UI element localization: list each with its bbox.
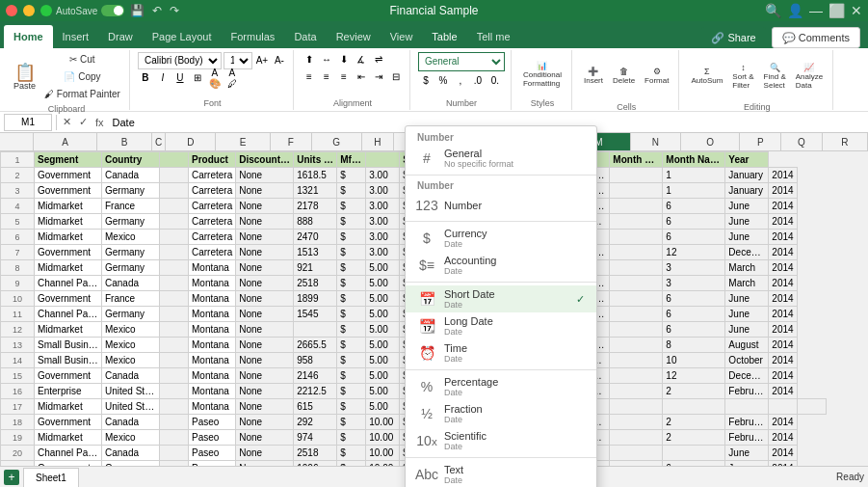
grid-cell[interactable] — [769, 399, 798, 415]
tab-insert[interactable]: Insert — [53, 25, 99, 48]
col-header-n[interactable]: N — [631, 133, 681, 150]
grid-cell[interactable] — [160, 368, 189, 384]
grid-cell[interactable]: 5.00 — [366, 260, 400, 276]
grid-cell[interactable]: Government — [35, 415, 102, 430]
grid-cell[interactable]: 5.00 — [366, 276, 400, 291]
grid-cell[interactable]: $ — [337, 368, 366, 384]
grid-cell[interactable]: Montana — [189, 399, 236, 415]
window-controls[interactable] — [6, 5, 52, 16]
fill-color-button[interactable]: A🎨 — [207, 70, 223, 86]
dd-long-date[interactable]: 📆 Long Date Date — [406, 312, 596, 339]
grid-cell[interactable]: Midmarket — [35, 399, 102, 415]
grid-cell[interactable]: Carretera — [189, 214, 236, 230]
indent-increase-button[interactable]: ⇥ — [371, 69, 386, 85]
grid-cell[interactable] — [610, 353, 663, 368]
grid-cell[interactable]: Montana — [189, 322, 236, 338]
grid-cell[interactable] — [610, 307, 663, 322]
grid-cell[interactable]: 888 — [294, 214, 337, 230]
grid-cell[interactable]: Montana — [189, 291, 236, 307]
grid-cell[interactable]: 5.00 — [366, 291, 400, 307]
grid-cell[interactable]: 3.00 — [366, 214, 400, 230]
col-header-c[interactable]: C — [152, 133, 166, 150]
col-header-h[interactable]: H — [362, 133, 394, 150]
grid-cell[interactable]: Canada — [102, 415, 160, 430]
grid-cell[interactable]: August — [725, 338, 769, 353]
grid-cell[interactable]: None — [236, 322, 294, 338]
grid-cell[interactable]: 2178 — [294, 199, 337, 214]
grid-cell[interactable]: 6 — [663, 322, 725, 338]
grid-cell[interactable] — [160, 230, 189, 245]
grid-cell[interactable]: Germany — [102, 307, 160, 322]
grid-cell[interactable]: Montana — [189, 368, 236, 384]
grid-cell[interactable]: $ — [337, 291, 366, 307]
dd-scientific[interactable]: 10x Scientific Date — [406, 427, 596, 454]
grid-cell[interactable]: None — [236, 260, 294, 276]
grid-cell[interactable]: $ — [337, 415, 366, 430]
grid-cell[interactable]: 6 — [663, 199, 725, 214]
tab-page-layout[interactable]: Page Layout — [143, 25, 222, 48]
grid-cell[interactable]: Mexico — [102, 230, 160, 245]
format-painter-button[interactable]: 🖌 Format Painter — [41, 87, 123, 102]
grid-cell[interactable]: None — [236, 276, 294, 291]
grid-cell[interactable] — [160, 430, 189, 446]
grid-cell[interactable]: Units Sold — [294, 152, 337, 168]
grid-cell[interactable]: 3.00 — [366, 245, 400, 260]
grid-cell[interactable]: Carretera — [189, 245, 236, 260]
tab-tell-me[interactable]: Tell me — [467, 25, 520, 48]
grid-cell[interactable]: 5.00 — [366, 307, 400, 322]
grid-cell[interactable]: Country — [102, 152, 160, 168]
grid-cell[interactable]: 10 — [663, 353, 725, 368]
grid-cell[interactable]: 2014 — [769, 353, 798, 368]
grid-cell[interactable]: $ — [337, 384, 366, 399]
grid-cell[interactable]: None — [236, 230, 294, 245]
grid-cell[interactable]: 2518 — [294, 446, 337, 461]
grid-cell[interactable]: December — [725, 245, 769, 260]
tab-review[interactable]: Review — [327, 25, 381, 48]
grid-cell[interactable]: 3.00 — [366, 183, 400, 199]
grid-cell[interactable]: 2014 — [769, 430, 798, 446]
col-header-o[interactable]: O — [681, 133, 741, 150]
align-top-button[interactable]: ⬆ — [302, 52, 317, 68]
grid-cell[interactable]: $ — [337, 307, 366, 322]
grid-cell[interactable]: Mexico — [102, 430, 160, 446]
grid-cell[interactable]: Government — [35, 245, 102, 260]
tab-data[interactable]: Data — [284, 25, 326, 48]
tab-formulas[interactable]: Formulas — [222, 25, 285, 48]
redo-icon[interactable]: ↷ — [168, 3, 181, 18]
grid-cell[interactable]: 2 — [663, 415, 725, 430]
increase-font-button[interactable]: A+ — [254, 53, 270, 68]
grid-cell[interactable]: Montana — [189, 338, 236, 353]
grid-cell[interactable]: None — [236, 399, 294, 415]
grid-cell[interactable]: 958 — [294, 353, 337, 368]
grid-cell[interactable] — [160, 446, 189, 461]
grid-cell[interactable]: None — [236, 430, 294, 446]
col-header-p[interactable]: P — [740, 133, 781, 150]
grid-cell[interactable]: Small Business — [35, 353, 102, 368]
grid-cell[interactable]: Product — [189, 152, 236, 168]
grid-cell[interactable] — [610, 415, 663, 430]
grid-cell[interactable]: Month Name — [663, 152, 725, 168]
grid-cell[interactable] — [610, 338, 663, 353]
grid-cell[interactable]: Government — [35, 368, 102, 384]
grid-cell[interactable]: February — [725, 415, 769, 430]
grid-cell[interactable]: 3 — [663, 260, 725, 276]
grid-cell[interactable] — [725, 399, 769, 415]
grid-cell[interactable]: $ — [337, 199, 366, 214]
conditional-formatting-button[interactable]: 📊 ConditionalFormatting — [519, 52, 566, 96]
dd-text[interactable]: Abc Text Date — [406, 461, 596, 487]
grid-cell[interactable]: 3.00 — [366, 230, 400, 245]
grid-cell[interactable]: $ — [337, 338, 366, 353]
grid-cell[interactable]: 2 — [663, 384, 725, 399]
grid-cell[interactable]: Montana — [189, 384, 236, 399]
align-middle-button[interactable]: ↔ — [319, 52, 334, 68]
tab-home[interactable]: Home — [4, 25, 53, 48]
grid-cell[interactable]: 2014 — [769, 384, 798, 399]
grid-cell[interactable]: Canada — [102, 368, 160, 384]
grid-cell[interactable]: 12 — [663, 368, 725, 384]
underline-button[interactable]: U — [172, 70, 188, 86]
grid-cell[interactable] — [610, 245, 663, 260]
grid-cell[interactable] — [610, 230, 663, 245]
grid-cell[interactable]: $ — [337, 430, 366, 446]
grid-cell[interactable]: Government — [35, 183, 102, 199]
grid-cell[interactable] — [160, 415, 189, 430]
